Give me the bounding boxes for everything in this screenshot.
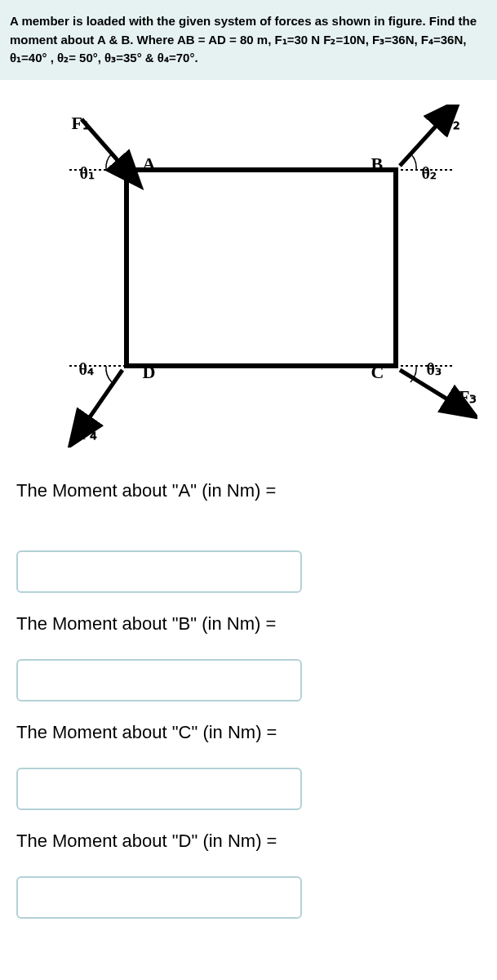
answer-input-C[interactable] [16, 768, 302, 810]
svg-rect-0 [126, 170, 396, 366]
answer-input-A[interactable] [16, 550, 302, 593]
label-F2: F₂ [442, 113, 460, 134]
label-A: A [143, 154, 156, 175]
question-C-text: The Moment about "C" (in Nm) = [16, 722, 481, 743]
answer-input-B[interactable] [16, 659, 302, 702]
label-theta3: θ₃ [427, 359, 442, 379]
label-F3: F₃ [459, 386, 477, 408]
figure-diagram: F₁ F₂ F₃ F₄ A B C D θ₁ θ₂ θ₃ θ₄ [20, 105, 477, 448]
question-B-block: The Moment about "B" (in Nm) = [16, 613, 481, 702]
question-D-text: The Moment about "D" (in Nm) = [16, 831, 481, 852]
question-D-block: The Moment about "D" (in Nm) = [16, 831, 481, 919]
question-B-text: The Moment about "B" (in Nm) = [16, 613, 481, 635]
label-theta4: θ₄ [79, 359, 94, 379]
svg-line-8 [400, 121, 441, 166]
label-F1: F₁ [72, 113, 90, 134]
label-C: C [371, 362, 384, 383]
force-diagram-svg [20, 105, 477, 448]
answer-input-D[interactable] [16, 876, 302, 919]
problem-statement: A member is loaded with the given system… [0, 0, 497, 80]
label-B: B [371, 154, 384, 175]
label-theta1: θ₁ [80, 163, 95, 183]
question-A-block: The Moment about "A" (in Nm) = [16, 480, 481, 593]
label-theta2: θ₂ [422, 163, 437, 183]
question-A-text: The Moment about "A" (in Nm) = [16, 480, 481, 501]
label-D: D [143, 362, 156, 383]
problem-text: A member is loaded with the given system… [10, 14, 477, 65]
question-C-block: The Moment about "C" (in Nm) = [16, 722, 481, 810]
label-F4: F₄ [79, 423, 97, 444]
